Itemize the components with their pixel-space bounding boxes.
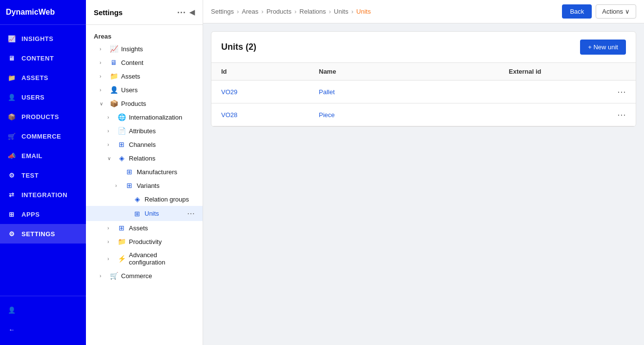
- content-area: Units (2) + New unit Id Name External id…: [203, 23, 644, 345]
- nav-item-apps[interactable]: ⊞ APPS: [0, 204, 86, 224]
- sidebar-item-productivity[interactable]: › 📁 Productivity: [86, 235, 203, 248]
- row-1-id[interactable]: VO29: [221, 88, 319, 96]
- breadcrumb-sep-3: ›: [294, 8, 296, 15]
- products-sidebar-icon: 📦: [109, 100, 118, 107]
- sidebar-item-internationalization[interactable]: › 🌐 Internationalization: [86, 110, 203, 124]
- sidebar-section-areas: Areas: [86, 29, 203, 42]
- insights-sidebar-icon: 📈: [109, 45, 118, 53]
- chevron-right-icon: ›: [100, 60, 106, 65]
- nav-bottom: 👤 ←: [0, 296, 86, 345]
- breadcrumb-units-parent[interactable]: Units: [334, 8, 349, 15]
- sidebar-item-manufacturers[interactable]: ⊞ Manufacturers: [86, 165, 203, 179]
- productivity-icon: 📁: [117, 238, 126, 245]
- sidebar-content: Areas › 📈 Insights › 🖥 Content › 📁 Asset…: [86, 25, 203, 345]
- sidebar-item-assets-sub[interactable]: › ⊞ Assets: [86, 221, 203, 235]
- sidebar-label-variants: Variants: [137, 182, 195, 189]
- collapse-sidebar-icon[interactable]: ◀: [189, 8, 195, 16]
- nav-item-email[interactable]: 📣 EMAIL: [0, 146, 86, 165]
- nav-item-insights[interactable]: 📈 INSIGHTS: [0, 29, 86, 48]
- sidebar-item-commerce[interactable]: › 🛒 Commerce: [86, 269, 203, 283]
- sidebar-label-content: Content: [121, 59, 195, 66]
- breadcrumb-products[interactable]: Products: [267, 8, 291, 15]
- chevron-right-icon: ›: [107, 239, 114, 244]
- sidebar-item-products[interactable]: ∨ 📦 Products: [86, 97, 203, 110]
- breadcrumb-relations[interactable]: Relations: [299, 8, 326, 15]
- sidebar-item-advanced-config[interactable]: › ⚡ Advanced configuration: [86, 248, 203, 269]
- breadcrumb-sep-4: ›: [329, 8, 331, 15]
- sidebar-item-users[interactable]: › 👤 Users: [86, 83, 203, 97]
- row-2-more[interactable]: ⋯: [606, 109, 626, 120]
- nav-item-settings[interactable]: ⚙ SETTINGS: [0, 224, 86, 244]
- breadcrumb-sep-2: ›: [261, 8, 263, 15]
- sidebar-item-variants[interactable]: › ⊞ Variants: [86, 179, 203, 192]
- sidebar-item-relations[interactable]: ∨ ◈ Relations: [86, 151, 203, 165]
- row-1-name[interactable]: Pallet: [319, 88, 509, 96]
- breadcrumb-units: Units: [356, 8, 371, 15]
- chevron-down-icon: ∨: [625, 8, 630, 15]
- col-id: Id: [221, 68, 319, 75]
- nav-label-email: EMAIL: [21, 152, 42, 160]
- nav-item-content[interactable]: 🖥 CONTENT: [0, 48, 86, 68]
- nav-item-commerce[interactable]: 🛒 COMMERCE: [0, 126, 86, 146]
- nav-item-test[interactable]: ⚙ TEST: [0, 165, 86, 185]
- sidebar-item-relation-groups[interactable]: ◈ Relation groups: [86, 192, 203, 206]
- test-icon: ⚙: [7, 170, 17, 180]
- col-external-id: External id: [509, 68, 606, 75]
- advanced-config-icon: ⚡: [117, 255, 126, 263]
- sidebar-label-advanced-config: Advanced configuration: [129, 251, 195, 266]
- units-card: Units (2) + New unit Id Name External id…: [211, 31, 636, 127]
- breadcrumb-areas[interactable]: Areas: [242, 8, 258, 15]
- nav-user-avatar[interactable]: 👤: [0, 300, 86, 320]
- sidebar-item-assets[interactable]: › 📁 Assets: [86, 69, 203, 83]
- row-1-more[interactable]: ⋯: [606, 86, 626, 97]
- app-logo: DynamicWeb: [0, 0, 86, 25]
- table-header: Id Name External id: [211, 62, 636, 81]
- sidebar-item-attributes[interactable]: › 📄 Attributes: [86, 124, 203, 138]
- col-name: Name: [319, 68, 509, 75]
- nav-item-products[interactable]: 📦 PRODUCTS: [0, 107, 86, 126]
- assets-sidebar-icon: 📁: [109, 72, 118, 80]
- nav-item-users[interactable]: 👤 USERS: [0, 87, 86, 107]
- content-icon: 🖥: [7, 53, 17, 63]
- card-title: Units (2): [221, 42, 256, 52]
- user-avatar-icon: 👤: [7, 305, 17, 315]
- nav-label-test: TEST: [21, 172, 39, 179]
- units-icon: ⊞: [133, 210, 142, 218]
- sidebar-label-intl: Internationalization: [129, 114, 195, 121]
- chevron-right-icon: ›: [107, 142, 114, 147]
- breadcrumb-bar: Settings › Areas › Products › Relations …: [203, 0, 644, 23]
- commerce-sidebar-icon: 🛒: [109, 272, 118, 280]
- nav-item-integration[interactable]: ⇄ INTEGRATION: [0, 185, 86, 204]
- attributes-icon: 📄: [117, 127, 126, 135]
- breadcrumb: Settings › Areas › Products › Relations …: [211, 8, 371, 15]
- table-row: VO29 Pallet ⋯: [211, 81, 636, 103]
- row-2-name[interactable]: Piece: [319, 111, 509, 119]
- relation-groups-icon: ◈: [133, 195, 142, 203]
- sidebar-item-channels[interactable]: › ⊞ Channels: [86, 138, 203, 151]
- chevron-right-icon: ›: [107, 128, 114, 134]
- relations-icon: ◈: [117, 154, 126, 162]
- nav-label-content: CONTENT: [21, 55, 54, 62]
- units-more-icon[interactable]: ⋯: [187, 209, 195, 218]
- sidebar-label-units: Units: [145, 210, 184, 217]
- row-2-id[interactable]: VO28: [221, 111, 319, 119]
- more-options-icon[interactable]: ⋯: [177, 7, 186, 18]
- sidebar-label-assets: Assets: [121, 73, 195, 80]
- sidebar-label-commerce: Commerce: [121, 272, 195, 280]
- nav-back[interactable]: ←: [0, 320, 86, 339]
- manufacturers-icon: ⊞: [125, 168, 134, 176]
- intl-icon: 🌐: [117, 113, 126, 121]
- sidebar-label-channels: Channels: [129, 141, 195, 148]
- sidebar-item-insights[interactable]: › 📈 Insights: [86, 42, 203, 56]
- sidebar-label-relations: Relations: [129, 155, 195, 162]
- assets-sub-icon: ⊞: [117, 224, 126, 232]
- breadcrumb-settings[interactable]: Settings: [211, 8, 234, 15]
- actions-button[interactable]: Actions ∨: [596, 4, 636, 19]
- channels-icon: ⊞: [117, 141, 126, 148]
- new-unit-button[interactable]: + New unit: [580, 40, 626, 55]
- nav-item-assets[interactable]: 📁 ASSETS: [0, 68, 86, 87]
- sidebar-item-content[interactable]: › 🖥 Content: [86, 56, 203, 69]
- sidebar-item-units[interactable]: ⊞ Units ⋯: [86, 206, 203, 221]
- back-button[interactable]: Back: [562, 4, 592, 19]
- sidebar-label-insights: Insights: [121, 45, 195, 53]
